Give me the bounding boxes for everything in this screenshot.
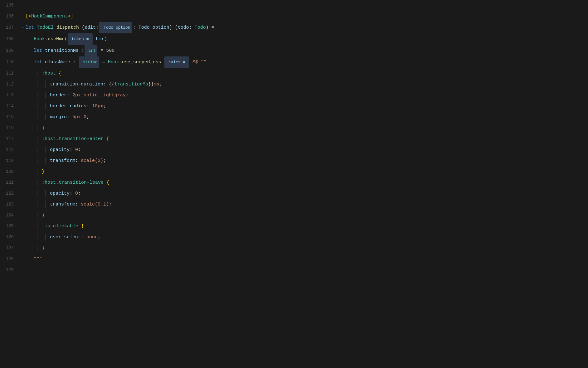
code-tokens: }: [42, 243, 45, 254]
fold-placeholder: [20, 103, 26, 110]
code-tokens: opacity: 0;: [50, 188, 81, 199]
token-css-brace: {: [106, 136, 109, 142]
fold-button[interactable]: −: [20, 25, 26, 31]
token-css-val: 0: [75, 191, 78, 196]
line-number: 112: [1, 79, 20, 90]
token-plain: [54, 25, 56, 30]
indent-guide: [34, 190, 42, 197]
code-line: 129: [1, 264, 588, 275]
indent-guides: [26, 168, 42, 175]
indent-guides: [26, 114, 50, 121]
token-plain: }}: [148, 82, 154, 87]
indent-guide: [34, 92, 42, 99]
code-line: 119 transform: scale(2);: [1, 155, 588, 166]
indent-guide: [34, 157, 42, 164]
indent-guide: [26, 190, 34, 197]
token-plain: (: [65, 36, 67, 42]
code-line: 124 }: [1, 210, 588, 221]
line-number: 110: [1, 57, 20, 68]
token-plain: :: [67, 114, 72, 120]
token-plain: :: [133, 25, 138, 30]
token-hook-bracket: >]: [68, 14, 73, 19]
fold-button[interactable]: −: [20, 60, 26, 65]
fold-placeholder: [20, 267, 26, 274]
token-str: """: [34, 256, 42, 262]
indent-guide: [34, 223, 42, 230]
code-tokens: let transitionMs : int = 500: [34, 45, 114, 56]
token-plain: .: [45, 36, 48, 42]
indent-guides: [26, 179, 42, 186]
indent-guide: [42, 157, 50, 164]
line-number: 126: [1, 232, 20, 243]
token-plain: [78, 224, 81, 229]
token-plain: [161, 60, 164, 65]
token-css-brace: }: [42, 245, 45, 251]
fold-placeholder: [20, 13, 26, 20]
line-number: 119: [1, 155, 20, 166]
code-tokens: border-radius: 10px;: [50, 101, 106, 112]
indent-guide: [42, 190, 50, 197]
token-plain: ;: [103, 104, 106, 109]
indent-guides: [26, 70, 42, 77]
fold-placeholder: [20, 201, 26, 208]
line-number: 125: [1, 221, 20, 232]
indent-guides: [26, 36, 34, 43]
indent-guide: [26, 70, 34, 77]
indent-guide: [42, 92, 50, 99]
indent-guides: [26, 59, 34, 66]
token-plain: :: [103, 82, 109, 87]
indent-guide: [26, 223, 34, 230]
code-tokens: [<HookComponent>]: [26, 11, 73, 22]
line-number: 105: [1, 0, 20, 11]
line-number: 128: [1, 254, 20, 264]
line-number: 106: [1, 11, 20, 22]
token-hook-name: HookComponent: [31, 14, 68, 19]
token-css-prop: transform: [50, 158, 75, 163]
token-css-prop: border-radius: [50, 104, 86, 109]
indent-guide: [34, 234, 42, 241]
fold-placeholder: [20, 92, 26, 99]
indent-guide: [26, 92, 34, 99]
fold-placeholder: [20, 70, 26, 77]
code-tokens: transform: scale(2);: [50, 155, 106, 166]
indent-guide: [34, 125, 42, 132]
indent-guide: [26, 47, 34, 54]
token-plain: ) =: [206, 25, 214, 30]
token-type-name: Hook: [108, 60, 119, 65]
indent-guide: [34, 136, 42, 143]
code-line: 117 :host.transition-enter {: [1, 133, 588, 144]
line-number: 123: [1, 199, 20, 210]
code-tokens: opacity: 0;: [50, 144, 81, 155]
token-kw: let: [34, 48, 45, 53]
token-css-prop: border: [50, 93, 67, 98]
token-plain: [104, 136, 106, 142]
code-line: 114 border-radius: 10px;: [1, 101, 588, 112]
token-css-selector: :host.transition-enter: [42, 136, 104, 142]
fold-placeholder: [20, 2, 26, 9]
indent-guides: [26, 234, 50, 241]
token-plain: :: [86, 104, 92, 109]
line-number: 117: [1, 133, 20, 144]
fold-placeholder: [20, 136, 26, 143]
token-css-val: 5px 0: [72, 114, 86, 120]
token-todo-option-text: Todo option: [138, 25, 169, 30]
token-interpolation: transitionMs: [114, 82, 148, 87]
line-number: 122: [1, 188, 20, 199]
indent-guide: [42, 114, 50, 121]
token-plain: (: [79, 25, 85, 30]
fold-placeholder: [20, 47, 26, 54]
token-plain: ;: [126, 93, 129, 98]
fold-placeholder: [20, 36, 26, 43]
token-method: use_scoped_css: [122, 60, 161, 65]
indent-guides: [26, 223, 42, 230]
indent-guide: [34, 179, 42, 186]
indent-guide: [26, 157, 34, 164]
indent-guides: [26, 256, 34, 263]
line-number: 129: [1, 264, 20, 275]
code-line: 106 [<HookComponent>]: [1, 11, 588, 22]
token-plain: :: [96, 25, 99, 30]
code-tokens: Hook.useHmr( token = hmr): [34, 33, 107, 45]
fold-placeholder: [20, 256, 26, 263]
indent-guide: [26, 201, 34, 208]
line-number: 124: [1, 210, 20, 221]
